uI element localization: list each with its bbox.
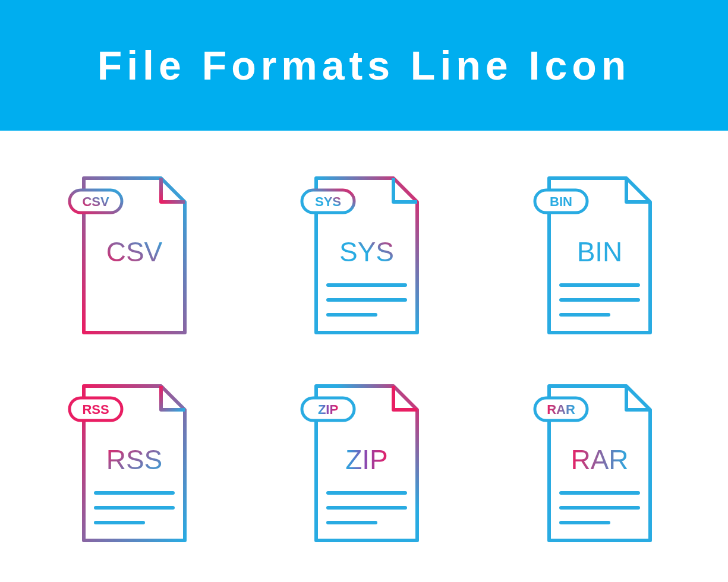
file-icon-csv: CSV CSV bbox=[66, 172, 197, 339]
file-label: BIN bbox=[577, 236, 623, 267]
zip-file-icon: ZIP ZIP bbox=[298, 380, 429, 546]
rar-file-icon: RAR RAR bbox=[531, 380, 662, 546]
rss-file-icon: RSS RSS bbox=[66, 380, 197, 546]
file-label: SYS bbox=[339, 236, 394, 267]
file-label: RAR bbox=[571, 444, 629, 475]
file-icon-bin: BIN BIN bbox=[531, 172, 662, 339]
badge-text: RAR bbox=[547, 402, 575, 417]
file-label: ZIP bbox=[346, 444, 389, 475]
file-icon-rar: RAR RAR bbox=[531, 380, 662, 546]
bin-file-icon: BIN BIN bbox=[531, 172, 662, 339]
file-icon-sys: SYS SYS bbox=[298, 172, 429, 339]
file-label: CSV bbox=[106, 236, 163, 267]
file-label: RSS bbox=[106, 444, 163, 475]
file-icon-rss: RSS RSS bbox=[66, 380, 197, 546]
badge-text: SYS bbox=[315, 194, 341, 209]
badge-text: CSV bbox=[82, 194, 109, 209]
badge-text: RSS bbox=[82, 402, 109, 417]
icon-grid: CSV CSV SYS SYS bbox=[0, 131, 728, 582]
badge-text: BIN bbox=[550, 194, 572, 209]
sys-file-icon: SYS SYS bbox=[298, 172, 429, 339]
banner-title: File Formats Line Icon bbox=[97, 42, 631, 88]
title-banner: File Formats Line Icon bbox=[0, 0, 728, 131]
csv-file-icon: CSV CSV bbox=[66, 172, 197, 339]
file-icon-zip: ZIP ZIP bbox=[298, 380, 429, 546]
badge-text: ZIP bbox=[318, 402, 338, 417]
